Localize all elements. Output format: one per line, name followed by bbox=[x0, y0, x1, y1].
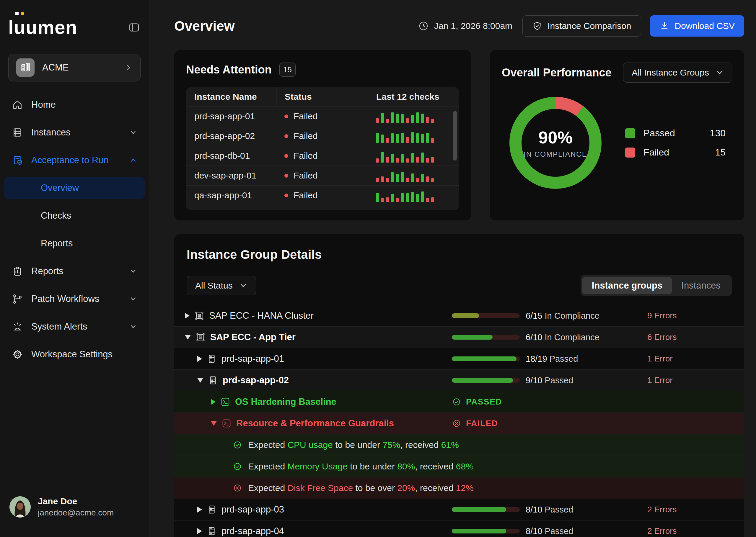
tree-row-expectation[interactable]: Expected Memory Usage to be under 80%, r… bbox=[174, 456, 744, 477]
tree-row-instance[interactable]: prd-sap-app-048/10 Passed2 Errors bbox=[174, 520, 744, 537]
instance-icon bbox=[207, 505, 217, 515]
tree-row-instance[interactable]: prd-sap-app-029/10 Passed1 Error bbox=[174, 369, 744, 391]
x-circle-icon bbox=[452, 419, 461, 428]
ratio-text: 6/10 In Compliance bbox=[526, 333, 626, 342]
instance-name-cell: prd-sap-db-01 bbox=[186, 151, 276, 161]
status-text: Failed bbox=[293, 131, 318, 141]
sidebar-item-system-alerts[interactable]: System Alerts bbox=[8, 318, 141, 335]
check-fail-bar bbox=[426, 117, 429, 123]
checks-sparkline bbox=[376, 129, 459, 143]
check-fail-bar bbox=[376, 118, 379, 123]
toggle-instance-groups[interactable]: Instance groups bbox=[582, 277, 672, 294]
instance-icon bbox=[207, 526, 217, 536]
instance-group-icon bbox=[196, 332, 205, 342]
check-pass-bar bbox=[376, 133, 379, 143]
legend-value: 130 bbox=[710, 128, 726, 139]
sidebar-subitem-checks[interactable]: Checks bbox=[8, 207, 141, 224]
progress-cell bbox=[452, 313, 526, 318]
caret-right-icon[interactable] bbox=[197, 528, 202, 534]
logo-umlaut-dots bbox=[15, 12, 24, 15]
toggle-instances[interactable]: Instances bbox=[672, 277, 730, 294]
caret-down-icon[interactable] bbox=[211, 421, 217, 426]
check-fail-bar bbox=[431, 178, 434, 182]
tree-row-group[interactable]: SAP ECC - App Tier6/10 In Compliance6 Er… bbox=[174, 326, 744, 348]
checks-cell bbox=[368, 109, 459, 123]
sidebar-item-workspace-settings[interactable]: Workspace Settings bbox=[8, 346, 141, 363]
sidebar-item-acceptance-to-run[interactable]: Acceptance to Run bbox=[8, 152, 141, 169]
chevron-up-icon bbox=[129, 156, 137, 164]
status-text: Failed bbox=[293, 190, 318, 200]
download-icon bbox=[659, 21, 669, 31]
sidebar-item-label: Patch Workflows bbox=[31, 294, 99, 304]
check-circle-icon bbox=[452, 397, 461, 407]
sidebar-item-instances[interactable]: Instances bbox=[8, 124, 141, 141]
check-fail-bar bbox=[386, 157, 389, 163]
table-row[interactable]: prd-sap-app-02Failed bbox=[186, 126, 459, 146]
tree-row-group[interactable]: SAP ECC - HANA Cluster6/15 In Compliance… bbox=[174, 305, 744, 326]
expectation-text: Expected Disk Free Space to be over 20%,… bbox=[174, 483, 744, 493]
expectation-text: Expected CPU usage to be under 75%, rece… bbox=[174, 440, 744, 450]
expectation-sentence: Expected Memory Usage to be under 80%, r… bbox=[248, 462, 474, 472]
workspace-selector[interactable]: ACME bbox=[8, 54, 141, 81]
instance-name-cell: qa-sap-app-01 bbox=[186, 190, 276, 200]
sidebar-item-label: Reports bbox=[31, 266, 64, 276]
caret-right-icon[interactable] bbox=[185, 313, 190, 319]
tree-row-check[interactable]: OS Hardening BaselinePASSED bbox=[174, 391, 744, 412]
caret-down-icon[interactable] bbox=[197, 378, 203, 383]
check-fail-bar bbox=[396, 198, 399, 202]
user-name: Jane Doe bbox=[38, 496, 114, 506]
shield-check-icon bbox=[532, 21, 542, 31]
tree-row-check[interactable]: Resource & Performance GuardrailsFAILED bbox=[174, 412, 744, 434]
instance-groups-filter-dropdown[interactable]: All Instance Groups bbox=[623, 62, 733, 83]
check-pass-bar bbox=[396, 134, 399, 143]
caret-right-icon[interactable] bbox=[197, 507, 202, 513]
tree-row-expectation[interactable]: Expected Disk Free Space to be over 20%,… bbox=[174, 477, 744, 499]
progress-cell bbox=[452, 356, 526, 361]
sidebar-item-home[interactable]: Home bbox=[8, 96, 141, 113]
table-scrollbar[interactable] bbox=[453, 111, 457, 160]
progress-cell bbox=[452, 507, 526, 512]
sidebar-item-patch-workflows[interactable]: Patch Workflows bbox=[8, 290, 141, 308]
caret-right-icon[interactable] bbox=[211, 399, 216, 405]
tree-row-instance[interactable]: prd-sap-app-038/10 Passed2 Errors bbox=[174, 499, 744, 520]
table-row[interactable]: dev-sap-app-01Failed bbox=[186, 166, 459, 185]
tree-row-expectation[interactable]: Expected CPU usage to be under 75%, rece… bbox=[174, 434, 744, 456]
progress-fill bbox=[452, 529, 506, 533]
tree-row-name: Resource & Performance Guardrails bbox=[174, 418, 452, 429]
table-row[interactable]: qa-sap-app-01Failed bbox=[186, 185, 459, 205]
checks-cell bbox=[368, 188, 459, 202]
check-pass-bar bbox=[401, 114, 404, 123]
status-filter-dropdown[interactable]: All Status bbox=[187, 276, 256, 295]
caret-down-icon[interactable] bbox=[185, 335, 191, 340]
caret-right-icon[interactable] bbox=[197, 356, 202, 362]
check-pass-bar bbox=[396, 174, 399, 182]
sidebar-item-label: Instances bbox=[31, 127, 70, 138]
sidebar-subitem-overview[interactable]: Overview bbox=[4, 177, 145, 199]
user-profile[interactable]: Jane Doe janedoe@acme.com bbox=[10, 496, 114, 517]
expectation-text: Expected Memory Usage to be under 80%, r… bbox=[174, 462, 744, 472]
progress-fill bbox=[452, 335, 493, 340]
check-pass-bar bbox=[416, 112, 419, 123]
check-pass-bar bbox=[401, 172, 404, 182]
check-pass-bar bbox=[391, 154, 394, 163]
tree-row-instance[interactable]: prd-sap-app-0118/19 Passed1 Error bbox=[174, 348, 744, 369]
chevron-down-icon bbox=[239, 281, 247, 290]
check-circle-icon bbox=[233, 462, 242, 471]
progress-bar bbox=[452, 356, 520, 361]
table-row[interactable]: prd-sap-app-01Failed bbox=[186, 106, 459, 126]
progress-cell bbox=[452, 335, 526, 340]
download-csv-button[interactable]: Download CSV bbox=[650, 15, 744, 37]
sidebar-item-reports[interactable]: Reports bbox=[8, 263, 141, 280]
status-text: Failed bbox=[293, 171, 318, 181]
sidebar-collapse-icon[interactable] bbox=[128, 21, 141, 34]
sidebar-subitem-reports[interactable]: Reports bbox=[8, 235, 141, 252]
instance-comparison-button[interactable]: Instance Comparison bbox=[522, 15, 641, 37]
tree-row-name: OS Hardening Baseline bbox=[174, 396, 452, 407]
check-fail-bar bbox=[416, 178, 419, 182]
ratio-text: 9/10 Passed bbox=[526, 376, 626, 385]
instance-name-cell: dev-sap-app-01 bbox=[186, 171, 276, 181]
table-row[interactable]: prd-sap-db-01Failed bbox=[186, 146, 459, 166]
check-pass-bar bbox=[396, 114, 399, 123]
tree-row-label: SAP ECC - App Tier bbox=[210, 332, 295, 343]
status-cell: Failed bbox=[276, 111, 368, 121]
